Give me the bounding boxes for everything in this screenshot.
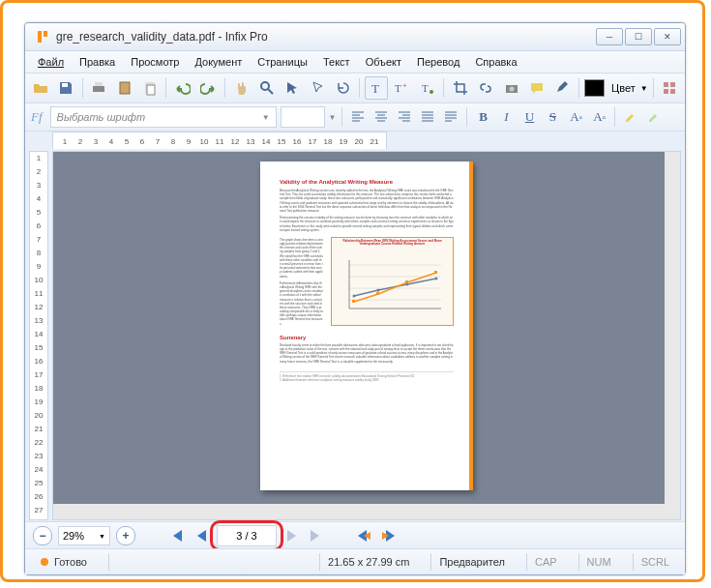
menu-help[interactable]: Справка xyxy=(468,54,523,70)
vertical-scrollbar[interactable] xyxy=(665,152,680,519)
redo-icon[interactable] xyxy=(197,76,220,100)
print-icon[interactable] xyxy=(88,76,110,100)
history-back-button[interactable] xyxy=(354,527,373,544)
crop-icon[interactable] xyxy=(449,76,471,100)
menu-text[interactable]: Текст xyxy=(316,54,357,70)
zoom-out-button[interactable]: − xyxy=(33,526,52,545)
document-viewport[interactable]: Validity of the Analytical Writing Measu… xyxy=(52,151,681,520)
select-icon[interactable] xyxy=(307,76,329,100)
menu-translate[interactable]: Перевод xyxy=(410,54,466,70)
svg-rect-1 xyxy=(93,86,104,92)
menu-bar: Файл Правка Просмотр Документ Страницы Т… xyxy=(25,51,685,74)
camera-icon[interactable] xyxy=(500,76,522,100)
svg-point-12 xyxy=(430,90,433,94)
clipboard-icon[interactable] xyxy=(113,76,135,100)
app-icon xyxy=(35,29,50,44)
rotate-icon[interactable] xyxy=(332,76,354,100)
zoom-in-button[interactable]: + xyxy=(116,526,135,545)
strike-icon[interactable]: S xyxy=(543,107,562,127)
menu-file[interactable]: Файл xyxy=(31,54,71,70)
svg-point-6 xyxy=(261,82,269,90)
clear-format-icon[interactable] xyxy=(644,107,664,127)
font-selector[interactable]: Выбрать шрифт▼ xyxy=(50,106,277,128)
status-preview: Предварител xyxy=(430,553,513,571)
next-page-button[interactable] xyxy=(282,527,302,544)
bold-icon[interactable]: B xyxy=(473,107,492,127)
svg-rect-18 xyxy=(670,89,675,94)
svg-text:T: T xyxy=(422,82,429,94)
embedded-chart: Relationship Between Mean GRE Writing As… xyxy=(331,237,454,326)
underline-icon[interactable]: U xyxy=(519,107,539,127)
open-icon[interactable] xyxy=(29,76,51,100)
link-icon[interactable] xyxy=(475,76,497,100)
align-justify-last-icon[interactable] xyxy=(441,107,460,127)
window-title: gre_research_validity_data.pdf - Infix P… xyxy=(56,30,596,44)
status-scrl: SCRL xyxy=(633,553,677,571)
paste-icon[interactable] xyxy=(138,76,161,100)
status-bar: Готово 21.65 x 27.99 cm Предварител CAP … xyxy=(25,548,685,574)
svg-rect-17 xyxy=(664,89,668,94)
comment-icon[interactable] xyxy=(525,76,548,100)
prev-page-button[interactable] xyxy=(192,527,211,544)
save-icon[interactable] xyxy=(54,76,76,100)
undo-icon[interactable] xyxy=(171,76,193,100)
history-forward-button[interactable] xyxy=(379,527,399,544)
svg-rect-3 xyxy=(120,82,130,94)
vertical-ruler: 1234567891011121314151617181920212223242… xyxy=(29,151,48,520)
page-number-box[interactable]: 3 / 3 xyxy=(217,525,277,546)
font-size-input[interactable] xyxy=(281,106,325,128)
superscript-icon[interactable]: Aa xyxy=(566,107,585,127)
svg-rect-30 xyxy=(352,300,355,303)
svg-line-7 xyxy=(268,89,273,94)
align-center-icon[interactable] xyxy=(371,107,391,127)
last-page-button[interactable] xyxy=(308,527,327,544)
text-plus-icon[interactable]: T+ xyxy=(391,76,413,100)
size-dropdown-icon[interactable]: ▼ xyxy=(329,113,337,122)
menu-view[interactable]: Просмотр xyxy=(124,54,186,70)
svg-rect-5 xyxy=(147,85,155,95)
minimize-button[interactable]: ─ xyxy=(596,28,623,45)
pointer-icon[interactable] xyxy=(281,76,304,100)
zoom-value[interactable]: 29%▼ xyxy=(58,526,110,545)
summary-heading: Summary xyxy=(280,335,454,340)
zoom-icon[interactable] xyxy=(255,76,278,100)
svg-rect-33 xyxy=(434,271,437,274)
canvas-area: 1234567891011121314151617181920212223242… xyxy=(25,149,685,522)
grid-icon[interactable] xyxy=(659,76,681,100)
text-linked-icon[interactable]: T xyxy=(416,76,438,100)
highlight-icon[interactable] xyxy=(621,107,640,127)
maximize-button[interactable]: ☐ xyxy=(625,28,652,45)
menu-object[interactable]: Объект xyxy=(359,54,408,70)
svg-rect-2 xyxy=(95,82,103,86)
menu-pages[interactable]: Страницы xyxy=(251,54,314,70)
navigation-bar: − 29%▼ + 3 / 3 xyxy=(25,521,685,549)
svg-rect-32 xyxy=(405,280,408,283)
close-button[interactable]: ✕ xyxy=(654,28,681,45)
app-window: gre_research_validity_data.pdf - Infix P… xyxy=(24,22,686,575)
subscript-icon[interactable]: Aa xyxy=(589,107,608,127)
status-num: NUM xyxy=(578,553,619,571)
text-tool-icon[interactable]: T xyxy=(365,76,387,100)
menu-edit[interactable]: Правка xyxy=(73,54,122,70)
svg-text:+: + xyxy=(402,81,407,90)
svg-rect-0 xyxy=(62,83,68,87)
color-swatch[interactable] xyxy=(584,79,605,97)
hand-icon[interactable] xyxy=(230,76,252,100)
horizontal-scrollbar[interactable] xyxy=(53,504,665,519)
eyedropper-icon[interactable] xyxy=(550,76,573,100)
pdf-page: Validity of the Analytical Writing Measu… xyxy=(260,162,473,490)
first-page-button[interactable] xyxy=(166,527,186,544)
status-ready: Готово xyxy=(33,553,95,571)
color-dropdown-icon[interactable]: ▼ xyxy=(640,84,648,93)
italic-icon[interactable]: I xyxy=(496,107,516,127)
menu-document[interactable]: Документ xyxy=(188,54,249,70)
font-icon: Ff xyxy=(31,109,43,125)
align-justify-icon[interactable] xyxy=(418,107,437,127)
main-toolbar: T T+ T Цвет ▼ xyxy=(25,74,685,103)
svg-text:T: T xyxy=(371,81,379,96)
svg-text:T: T xyxy=(395,82,401,94)
align-left-icon[interactable] xyxy=(348,107,368,127)
svg-point-27 xyxy=(377,288,380,291)
align-right-icon[interactable] xyxy=(395,107,414,127)
svg-point-14 xyxy=(509,87,514,92)
